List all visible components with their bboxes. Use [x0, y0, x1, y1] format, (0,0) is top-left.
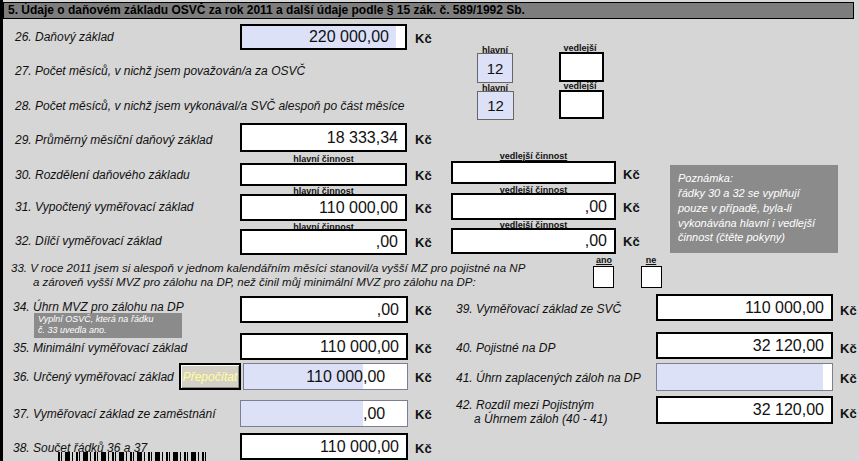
col-head-ne: ne: [636, 255, 666, 265]
row-41-label: 41. Úhrn zaplacených záloh na DP: [456, 371, 641, 385]
field-31-vedlejsi-input[interactable]: ,00: [451, 193, 616, 220]
field-27-vedlejsi-input[interactable]: [559, 52, 604, 82]
row-30-label: 30. Rozdělení daňového základu: [15, 168, 190, 182]
row-27-label: 27. Počet měsíců, v nichž jsem považován…: [15, 64, 305, 78]
field-31-vedlejsi-value: ,00: [585, 198, 614, 216]
field-29-value: 18 333,34: [327, 129, 405, 147]
row-33-line1: 33. V roce 2011 jsem si alespoň v jednom…: [11, 262, 525, 274]
field-27-hlavni-input[interactable]: 12: [477, 53, 513, 83]
row-42-label-line2: a Úhrnem záloh (40 - 41): [474, 412, 607, 426]
row-40-label: 40. Pojistné na DP: [456, 341, 555, 355]
field-26-cursor-strip: [396, 26, 405, 48]
currency-label-40: Kč: [840, 341, 857, 356]
field-32-hlavni-input[interactable]: ,00: [240, 229, 407, 255]
row-34-tooltip: Vyplní OSVČ, která na řádku č. 33 uvedla…: [34, 313, 182, 338]
currency-label-30h: Kč: [415, 168, 432, 183]
field-32-vedlejsi-value: ,00: [585, 232, 614, 250]
currency-label-30v: Kč: [623, 167, 640, 182]
currency-label-35: Kč: [415, 341, 432, 356]
currency-label-32h: Kč: [415, 235, 432, 250]
row-39-label: 39. Vyměřovací základ ze SVČ: [456, 302, 621, 316]
field-42-input[interactable]: 32 120,00: [656, 396, 833, 424]
field-31-hlavni-value: 110 000,00: [319, 199, 405, 217]
section-header: 5. Údaje o daňovém základu OSVČ za rok 2…: [3, 2, 854, 19]
field-40-value: 32 120,00: [753, 337, 831, 355]
field-32-vedlejsi-input[interactable]: ,00: [451, 228, 616, 254]
row-37-label: 37. Vyměřovací základ ze zaměstnání: [13, 407, 216, 421]
field-35-input[interactable]: 110 000,00: [240, 333, 408, 360]
currency-label-37: Kč: [415, 407, 432, 422]
field-32-hlavni-value: ,00: [376, 233, 405, 251]
row-29-label: 29. Průměrný měsíční daňový základ: [15, 133, 212, 147]
currency-label-29: Kč: [415, 132, 432, 147]
field-41-input[interactable]: [656, 363, 833, 391]
currency-label-42: Kč: [840, 406, 857, 421]
field-36-value-dec: ,00: [363, 364, 407, 389]
field-31-hlavni-input[interactable]: 110 000,00: [240, 194, 407, 221]
currency-label-32v: Kč: [623, 234, 640, 249]
field-34-input[interactable]: ,00: [240, 296, 408, 323]
field-41-cursor-strip: [823, 364, 832, 390]
currency-label-39: Kč: [840, 303, 857, 318]
field-26-value: 220 000,00: [309, 28, 396, 46]
row-28-label: 28. Počet měsíců, v nichž jsem vykonával…: [15, 99, 405, 113]
field-30-hlavni-input[interactable]: [240, 163, 407, 186]
field-42-value: 32 120,00: [753, 401, 831, 419]
currency-label-31v: Kč: [623, 200, 640, 215]
field-30-vedlejsi-input[interactable]: [451, 161, 616, 184]
col-head-vedlejsi-cinnost-30: vedlejší činnost: [451, 151, 616, 161]
currency-label-34: Kč: [415, 303, 432, 318]
currency-label-36: Kč: [415, 370, 432, 385]
col-head-ano: ano: [589, 255, 619, 265]
field-29-input[interactable]: 18 333,34: [240, 123, 407, 152]
row-35-label: 35. Minimální vyměřovací základ: [13, 341, 187, 355]
field-35-value: 110 000,00: [320, 338, 406, 356]
field-28-hlavni-value: 12: [487, 97, 504, 114]
currency-label-26: Kč: [415, 31, 432, 46]
field-37-input[interactable]: ,00: [240, 400, 408, 427]
field-39-input[interactable]: 110 000,00: [656, 294, 833, 321]
field-26-input[interactable]: 220 000,00: [240, 24, 407, 50]
currency-label-38: Kč: [415, 441, 432, 456]
checkbox-33-ano[interactable]: [593, 266, 614, 288]
row-26-label: 26. Daňový základ: [15, 30, 114, 44]
row-33-line2: a zároveň vyšší MVZ pro zálohu na DP, ne…: [33, 276, 476, 288]
note-box: Poznámka: řádky 30 a 32 se vyplňují pouz…: [670, 165, 838, 253]
field-37-value-dec: ,00: [363, 401, 407, 426]
checkbox-33-ne[interactable]: [641, 266, 662, 288]
field-36-value-int: 110 000: [306, 368, 363, 386]
field-36-input[interactable]: 110 000 ,00: [243, 363, 408, 390]
tax-form-section-5: 5. Údaje o daňovém základu OSVČ za rok 2…: [0, 0, 859, 461]
row-36-label: 36. Určený vyměřovací základ: [13, 370, 174, 384]
field-39-value: 110 000,00: [745, 299, 831, 317]
field-38-value: 110 000,00: [320, 438, 406, 456]
field-28-vedlejsi-input[interactable]: [559, 90, 604, 119]
field-34-value: ,00: [377, 301, 406, 319]
row-31-label: 31. Vypočtený vyměřovací základ: [15, 200, 194, 214]
row-34-label: 34. Úhrn MVZ pro zálohu na DP: [13, 300, 184, 314]
row-42-label-line1: 42. Rozdíl mezi Pojistným: [456, 398, 594, 412]
barcode: [58, 452, 208, 461]
recalculate-button[interactable]: Přepočítat: [179, 363, 241, 390]
currency-label-41: Kč: [840, 371, 857, 386]
field-27-hlavni-value: 12: [487, 60, 504, 77]
field-38-input[interactable]: 110 000,00: [240, 433, 408, 460]
field-28-hlavni-input[interactable]: 12: [477, 91, 514, 120]
field-40-input[interactable]: 32 120,00: [656, 332, 833, 359]
currency-label-31h: Kč: [415, 201, 432, 216]
row-32-label: 32. Dílčí vyměřovací základ: [15, 234, 162, 248]
